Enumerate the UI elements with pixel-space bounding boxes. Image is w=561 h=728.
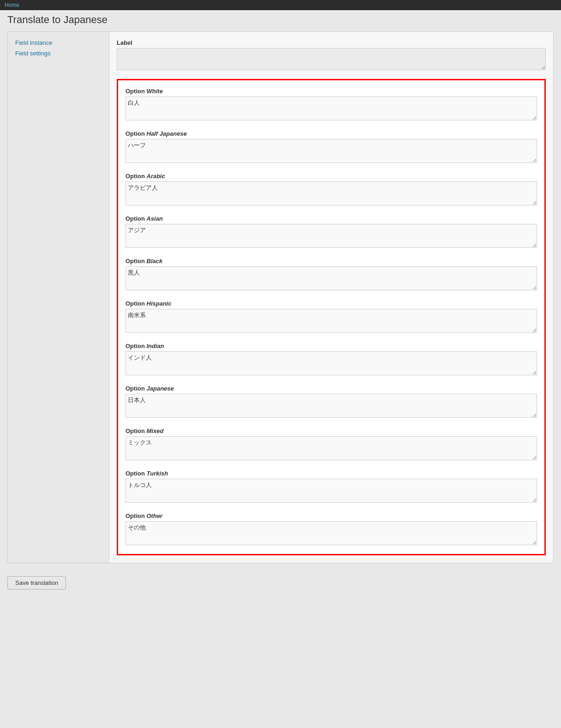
option-group-mixed: Option Mixed bbox=[125, 427, 537, 462]
home-link[interactable]: Home bbox=[5, 2, 19, 8]
option-group-black: Option Black bbox=[125, 258, 537, 292]
option-group-arabic: Option Arabic bbox=[125, 173, 537, 207]
label-textarea[interactable] bbox=[117, 48, 546, 70]
option-label-black: Option Black bbox=[125, 258, 537, 265]
option-label-half-japanese: Option Half Japanese bbox=[125, 130, 537, 137]
option-textarea-other[interactable] bbox=[125, 521, 537, 545]
top-bar: Home bbox=[0, 0, 561, 10]
option-textarea-turkish[interactable] bbox=[125, 479, 537, 503]
option-textarea-asian[interactable] bbox=[125, 224, 537, 248]
option-label-other: Option Other bbox=[125, 512, 537, 519]
option-label-hispanic: Option Hispanic bbox=[125, 300, 537, 307]
option-textarea-japanese[interactable] bbox=[125, 394, 537, 418]
option-label-white: Option White bbox=[125, 88, 537, 95]
main-container: Field instanceField settings Label Optio… bbox=[7, 31, 554, 563]
option-group-turkish: Option Turkish bbox=[125, 470, 537, 504]
option-label-mixed: Option Mixed bbox=[125, 427, 537, 434]
option-group-other: Option Other bbox=[125, 512, 537, 547]
option-textarea-mixed[interactable] bbox=[125, 436, 537, 460]
sidebar-link-field-instance[interactable]: Field instance bbox=[8, 37, 109, 48]
option-label-indian: Option Indian bbox=[125, 343, 537, 349]
option-label-turkish: Option Turkish bbox=[125, 470, 537, 477]
option-group-hispanic: Option Hispanic bbox=[125, 300, 537, 334]
content-area: Label Option WhiteOption Half JapaneseOp… bbox=[109, 32, 553, 563]
option-textarea-white[interactable] bbox=[125, 96, 537, 120]
footer-area: Save translation bbox=[0, 571, 561, 595]
option-textarea-indian[interactable] bbox=[125, 351, 537, 375]
label-field-label: Label bbox=[117, 39, 546, 46]
page-title: Translate to Japanese bbox=[7, 14, 554, 26]
sidebar-link-field-settings[interactable]: Field settings bbox=[8, 48, 109, 59]
option-label-japanese: Option Japanese bbox=[125, 385, 537, 392]
option-group-japanese: Option Japanese bbox=[125, 385, 537, 419]
page-header: Translate to Japanese bbox=[0, 10, 561, 31]
label-section: Label bbox=[117, 39, 546, 72]
option-label-arabic: Option Arabic bbox=[125, 173, 537, 180]
option-group-white: Option White bbox=[125, 88, 537, 122]
option-group-indian: Option Indian bbox=[125, 343, 537, 377]
save-translation-button[interactable]: Save translation bbox=[7, 576, 66, 590]
option-textarea-black[interactable] bbox=[125, 266, 537, 290]
option-label-asian: Option Asian bbox=[125, 215, 537, 222]
option-group-asian: Option Asian bbox=[125, 215, 537, 249]
option-textarea-half-japanese[interactable] bbox=[125, 139, 537, 163]
option-textarea-hispanic[interactable] bbox=[125, 309, 537, 333]
options-container: Option WhiteOption Half JapaneseOption A… bbox=[117, 79, 546, 555]
option-textarea-arabic[interactable] bbox=[125, 181, 537, 205]
sidebar: Field instanceField settings bbox=[8, 32, 109, 563]
option-group-half-japanese: Option Half Japanese bbox=[125, 130, 537, 164]
